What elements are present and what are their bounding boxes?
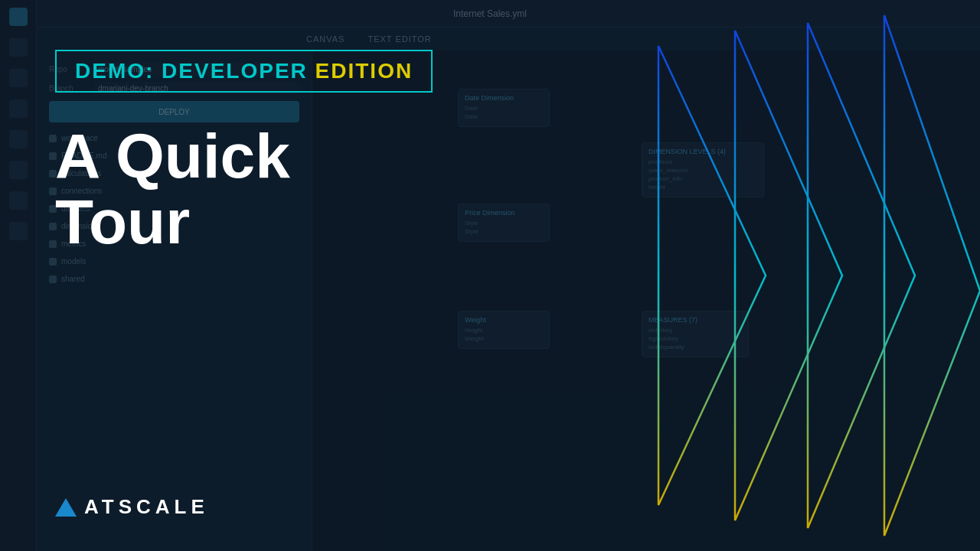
demo-badge: DEMO: DEVELOPER EDITION [55,50,433,93]
bg-node-5-title: MEASURES (7) [648,316,742,324]
demo-badge-text: DEMO: DEVELOPER EDITION [75,59,413,83]
main-title: A Quick Tour [55,123,433,255]
logo-text: ATSCALE [84,495,209,519]
atscale-logo: ATSCALE [55,495,209,519]
headline-line2: Tour [55,189,433,255]
content-overlay: DEMO: DEVELOPER EDITION A Quick Tour [0,0,488,350]
logo-triangle-icon [55,498,77,517]
headline-line1: A Quick [55,123,433,189]
bg-node-4-title: DIMENSION LEVELS (4) [648,148,757,155]
demo-suffix: EDITION [315,59,413,83]
bg-node-5: MEASURES (7) orderkey frgntstckey orderq… [642,311,749,357]
demo-prefix: DEMO: DEVELOPER [75,59,315,83]
bg-node-4: DIMENSION LEVELS (4) positions sales_rea… [642,142,764,197]
